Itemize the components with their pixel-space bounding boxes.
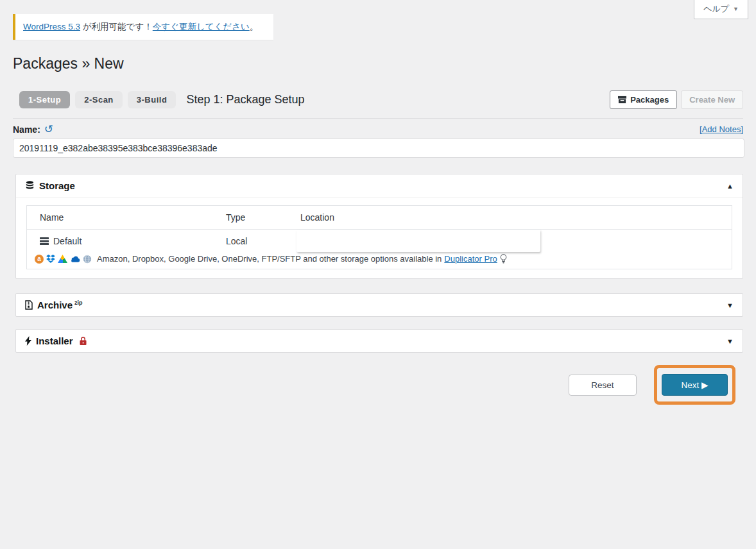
storage-panel: Storage ▲ Name Type Location Default [15,174,743,279]
wordpress-version-link[interactable]: WordPress 5.3 [23,22,80,31]
installer-panel-title: Installer [36,335,73,346]
duplicator-pro-link[interactable]: Duplicator Pro [444,254,497,264]
help-dropdown[interactable]: ヘルプ ▼ [694,0,748,19]
name-label: Name: [13,124,40,135]
storage-panel-header[interactable]: Storage ▲ [16,174,743,197]
tab-scan[interactable]: 2-Scan [75,91,123,108]
help-label: ヘルプ [703,3,729,15]
storage-type-value: Local [226,236,300,246]
col-location: Location [300,212,719,223]
ftp-globe-icon [83,255,92,264]
packages-button[interactable]: Packages [610,90,677,109]
chevron-down-icon[interactable]: ▼ [726,337,734,345]
archive-panel-title: Archivezip [37,300,83,310]
undo-icon[interactable]: ↺ [44,124,53,135]
storage-promo: a Amazon, Dropbox, Google Drive, OneDriv… [27,253,732,269]
dropbox-icon [46,255,55,263]
create-new-button[interactable]: Create New [681,90,743,109]
archive-panel-header[interactable]: Archivezip ▼ [16,294,743,316]
chevron-up-icon[interactable]: ▲ [726,182,734,190]
package-name-input[interactable] [13,139,744,158]
storage-body: Name Type Location Default Local [16,197,743,278]
archive-box-icon [618,96,626,104]
name-row: Name: ↺ [Add Notes] [13,124,743,135]
storage-table: Name Type Location Default Local [26,205,732,269]
lock-icon [80,337,87,345]
storage-table-row[interactable]: Default Local [27,230,732,253]
next-button[interactable]: Next ▶ [662,374,728,396]
installer-panel: Installer ▼ [15,329,743,353]
server-stack-icon [40,237,49,245]
bolt-icon [25,336,31,346]
col-type: Type [226,212,300,223]
chevron-down-icon[interactable]: ▼ [726,301,734,309]
zip-file-icon [25,300,33,310]
update-notice: WordPress 5.3 が利用可能です！今すぐ更新してください。 [13,14,273,40]
google-drive-icon [58,255,67,263]
divider [13,118,743,119]
storage-table-header: Name Type Location [27,206,732,230]
update-now-link[interactable]: 今すぐ更新してください [153,22,250,31]
archive-format-badge: zip [74,300,83,306]
notice-text-2: 。 [250,22,259,31]
col-name: Name [40,212,226,223]
tab-build[interactable]: 3-Build [128,91,176,108]
storage-provider-icons: a [35,255,92,264]
create-new-button-label: Create New [689,95,735,105]
tab-setup[interactable]: 1-Setup [19,91,70,108]
storage-panel-title: Storage [39,180,75,191]
onedrive-icon [70,255,80,262]
add-notes-link[interactable]: [Add Notes] [700,124,743,134]
notice-text-1: が利用可能です！ [80,22,153,31]
installer-panel-header[interactable]: Installer ▼ [16,330,743,352]
chevron-down-icon: ▼ [733,6,739,12]
page-title: Packages » New [13,55,743,72]
steps-row: 1-Setup 2-Scan 3-Build Step 1: Package S… [19,90,743,109]
lightbulb-icon [500,254,507,264]
database-icon [25,181,35,190]
actions-row: Reset Next ▶ [12,365,735,405]
storage-name-value: Default [53,236,82,246]
packages-button-label: Packages [630,95,669,105]
archive-panel: Archivezip ▼ [15,293,743,317]
storage-promo-text: Amazon, Dropbox, Google Drive, OneDrive,… [97,254,442,264]
step-title: Step 1: Package Setup [186,93,304,106]
next-button-highlight: Next ▶ [654,365,735,405]
location-cover-box [296,230,540,252]
amazon-icon: a [35,255,44,264]
reset-button[interactable]: Reset [569,375,637,396]
